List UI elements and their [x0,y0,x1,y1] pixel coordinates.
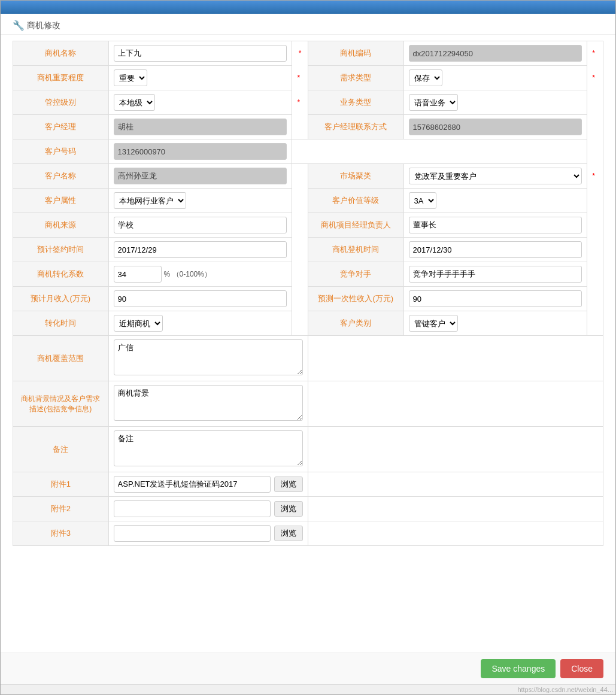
input-register-date[interactable] [409,241,582,258]
input-attachment1[interactable] [114,476,271,493]
select-customer-category[interactable]: 管键客户 普通客户 VIP客户 [409,315,458,332]
required-market-segment: * [587,164,603,189]
table-row: 管控级别 本地级 省级 国家级 * 业务类型 [13,90,603,115]
table-row: 客户属性 本地网行业客户 省级客户 其他 客户价值等级 [13,189,603,213]
label-register-date: 商机登机时间 [308,238,403,262]
wrench-icon: 🔧 [13,20,25,31]
label-control-level: 管控级别 [13,90,109,115]
form-title: 商机修改 [27,20,60,31]
select-customer-value[interactable]: 3A 2A 1A B [409,192,436,209]
select-conversion-time[interactable]: 近期商机 中期商机 远期商机 [114,315,163,332]
table-row: 附件1 浏览 [13,472,603,497]
input-business-source[interactable] [114,217,287,233]
label-background: 商机背景情况及客户需求描述(包括竞争信息) [13,381,109,427]
table-row: 客户名称 市场聚类 党政军及重要客户 中小企业 大企业 [13,164,603,189]
select-business-type[interactable]: 语音业务 数据业务 综合业务 [409,94,458,111]
save-button[interactable]: Save changes [481,659,556,678]
textarea-background[interactable]: 商机背景 [114,385,303,421]
input-attachment2[interactable] [114,500,271,517]
label-remarks: 备注 [13,427,109,472]
table-row: 备注 备注 [13,427,603,472]
value-expected-sign-date [108,238,292,262]
label-attachment1: 附件1 [13,472,109,497]
input-account-manager [114,119,287,135]
value-conversion-time: 近期商机 中期商机 远期商机 [108,311,292,336]
value-business-code [403,41,587,66]
form-footer: Save changes Close [1,652,615,684]
label-market-segment: 市场聚类 [308,164,403,189]
input-business-name[interactable] [114,45,287,62]
table-row: 商机重要程度 重要 一般 紧急 * 需求类型 [13,66,603,90]
label-business-name: 商机名称 [13,41,109,66]
label-conversion-time: 转化时间 [13,311,109,336]
label-account-manager-contact: 客户经理联系方式 [308,115,403,139]
table-row: 商机背景情况及客户需求描述(包括竞争信息) 商机背景 [13,381,603,427]
table-row: 商机转化系数 % （0-100%） 竞争对手 [13,262,603,287]
required-demand-type: * [587,66,603,90]
input-customer-phone [114,143,287,160]
required-business-code: * [587,41,603,66]
table-row: 客户经理 客户经理联系方式 [13,115,603,139]
select-market-segment[interactable]: 党政军及重要客户 中小企业 大企业 [409,168,582,184]
file-row-1: 浏览 [114,476,303,493]
required-control-level: * [292,90,308,115]
select-control-level[interactable]: 本地级 省级 国家级 [114,94,155,111]
label-business-type: 业务类型 [308,90,403,115]
title-bar [1,1,615,14]
select-importance[interactable]: 重要 一般 紧急 [114,69,147,86]
input-account-manager-contact [409,119,582,135]
value-control-level: 本地级 省级 国家级 [108,90,292,115]
value-customer-phone [108,139,292,164]
form-body: 商机名称 * 商机编码 * [1,35,615,652]
value-register-date [403,238,587,262]
file-row-2: 浏览 [114,500,303,517]
percent-label: % （0-100%） [164,269,211,280]
browse-button-3[interactable]: 浏览 [274,526,303,541]
value-one-time-revenue [403,287,587,311]
label-business-source: 商机来源 [13,213,109,238]
value-coverage-area: 广信 [108,336,308,381]
browse-button-1[interactable]: 浏览 [274,477,303,492]
input-monthly-revenue[interactable] [114,290,287,307]
label-customer-attribute: 客户属性 [13,189,109,213]
label-project-manager: 商机项目经理负责人 [308,213,403,238]
value-attachment1: 浏览 [108,472,308,497]
value-business-type: 语音业务 数据业务 综合业务 [403,90,587,115]
input-business-code [409,45,582,62]
input-one-time-revenue[interactable] [409,290,582,307]
close-button[interactable]: Close [560,659,603,678]
label-customer-category: 客户类别 [308,311,403,336]
browse-button-2[interactable]: 浏览 [274,501,303,517]
value-customer-name [108,164,292,189]
value-demand-type: 保存 新建 其他 [403,66,587,90]
required-importance: * [292,66,308,90]
conversion-rate-container: % （0-100%） [114,266,287,283]
textarea-remarks[interactable]: 备注 [114,430,303,466]
select-customer-attribute[interactable]: 本地网行业客户 省级客户 其他 [114,192,186,209]
value-remarks: 备注 [108,427,308,472]
value-attachment2: 浏览 [108,497,308,521]
label-conversion-rate: 商机转化系数 [13,262,109,287]
table-row: 预计签约时间 商机登机时间 [13,238,603,262]
input-competitor[interactable] [409,266,582,283]
textarea-coverage-area[interactable]: 广信 [114,339,303,375]
input-expected-sign-date[interactable] [114,241,287,258]
value-project-manager [403,213,587,238]
value-attachment3: 浏览 [108,521,308,546]
input-attachment3[interactable] [114,525,271,542]
form-table: 商机名称 * 商机编码 * [13,41,603,546]
table-row: 商机名称 * 商机编码 * [13,41,603,66]
file-row-3: 浏览 [114,525,303,542]
value-monthly-revenue [108,287,292,311]
label-demand-type: 需求类型 [308,66,403,90]
input-project-manager[interactable] [409,217,582,233]
table-row: 商机来源 商机项目经理负责人 [13,213,603,238]
label-one-time-revenue: 预测一次性收入(万元) [308,287,403,311]
required-business-name: * [292,41,308,66]
input-conversion-rate[interactable] [114,266,162,283]
select-demand-type[interactable]: 保存 新建 其他 [409,69,442,86]
form-header: 🔧 商机修改 [1,14,615,35]
value-customer-value: 3A 2A 1A B [403,189,587,213]
label-attachment3: 附件3 [13,521,109,546]
value-customer-attribute: 本地网行业客户 省级客户 其他 [108,189,292,213]
